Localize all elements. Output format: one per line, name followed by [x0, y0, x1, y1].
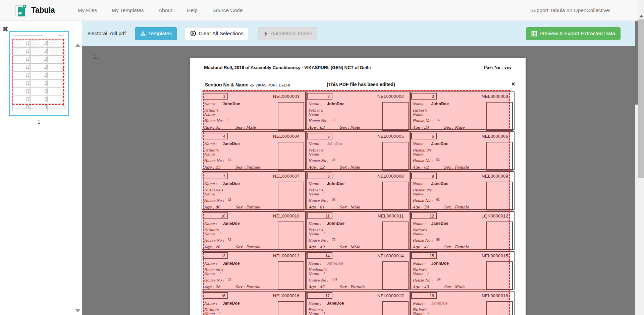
templates-button[interactable]: Templates [135, 27, 177, 40]
page-number-marker: 1. [93, 54, 98, 61]
selection-close-icon[interactable]: ✕ [511, 81, 516, 87]
part-no-label: Part No - xxx [484, 65, 512, 71]
lightning-bolt-icon [264, 30, 268, 37]
thumbnail-page-number: 1 [9, 119, 69, 125]
pane-scrollbar [635, 21, 638, 315]
support-opencollective-link[interactable]: Support Tabula on OpenCollective! [530, 7, 610, 13]
autodetect-tables-button[interactable]: Autodetect Tables [258, 27, 317, 40]
document-toolbar: electoral_roll.pdf Templates Clear All S… [82, 21, 635, 46]
window-scrollbar-thumb[interactable] [638, 19, 644, 178]
brand-title: Tabula [31, 6, 55, 15]
nav-links: My Files My Templates About Help Source … [78, 7, 243, 13]
top-navbar: Tabula My Files My Templates About Help … [0, 0, 644, 21]
open-filename: electoral_roll.pdf [88, 30, 126, 37]
section-header: Section No & Name -1- VIKAS PURI, DELHI [205, 82, 290, 87]
clear-all-selections-button[interactable]: Clear All Selections [185, 27, 249, 40]
nav-my-templates[interactable]: My Templates [112, 7, 144, 13]
tabula-logo-icon [15, 3, 28, 17]
pdf-viewer-area: 1. Electoral Roll, 2016 of Assembly Cons… [82, 46, 635, 315]
tabula-brand[interactable]: Tabula [15, 3, 55, 17]
nav-my-files[interactable]: My Files [78, 7, 97, 13]
nav-about[interactable]: About [159, 7, 172, 13]
thumbnail-footer-line [13, 109, 64, 109]
templates-icon [140, 31, 146, 36]
nav-source-code[interactable]: Source Code [212, 7, 243, 13]
remove-page-icon[interactable]: ✖ [2, 25, 8, 33]
thumbnail-header-lines [12, 35, 66, 38]
nav-help[interactable]: Help [187, 7, 198, 13]
sidebar-scroll-down-icon[interactable] [75, 309, 80, 312]
sidebar-scroll-up-icon[interactable] [75, 44, 80, 47]
edited-note: (This PDF file has been edited) [327, 82, 395, 87]
page-thumbnail-preview [12, 39, 66, 110]
window-scrollbar [638, 0, 644, 315]
electoral-roll-title: Electoral Roll, 2016 of Assembly Constit… [204, 65, 371, 71]
spreadsheet-icon [531, 31, 537, 37]
page-thumbnails-sidebar: ✖ 1 [0, 21, 82, 315]
preview-export-button[interactable]: Preview & Export Extracted Data [526, 27, 621, 40]
pane-scrollbar-thumb[interactable] [635, 21, 638, 105]
scrollbar-up-icon[interactable] [639, 15, 643, 17]
clear-circle-x-icon [190, 30, 196, 37]
table-selection-overlay[interactable] [203, 90, 510, 315]
page-thumbnail-1[interactable] [9, 31, 69, 116]
thumbnail-selection-outline [12, 39, 64, 105]
pdf-page[interactable]: Electoral Roll, 2016 of Assembly Constit… [190, 58, 526, 315]
